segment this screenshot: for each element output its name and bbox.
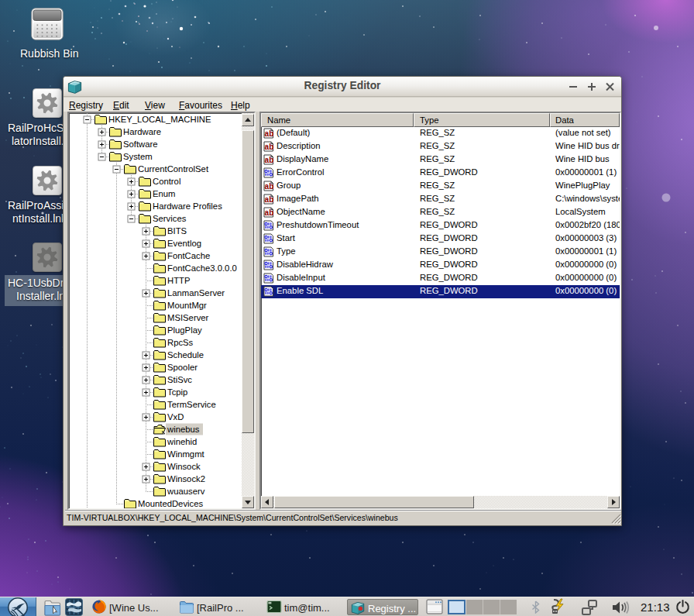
svg-text:FontCache: FontCache — [167, 251, 210, 260]
svg-text:MountMgr: MountMgr — [167, 301, 207, 310]
svg-text:HTTP: HTTP — [167, 276, 191, 285]
svg-text:VxD: VxD — [167, 412, 184, 422]
svg-text:ab: ab — [265, 143, 274, 151]
svg-text:ab: ab — [265, 182, 274, 191]
svg-text:ab: ab — [265, 156, 274, 164]
svg-text:Schedule: Schedule — [167, 350, 204, 360]
svg-text:StiSvc: StiSvc — [167, 375, 192, 384]
svg-text:Hardware Profiles: Hardware Profiles — [153, 201, 222, 211]
svg-text:Spooler: Spooler — [167, 363, 198, 372]
svg-text:Tcpip: Tcpip — [167, 387, 187, 397]
svg-text:Winsock2: Winsock2 — [167, 474, 205, 484]
svg-text:Enum: Enum — [153, 189, 176, 198]
svg-text:HKEY_LOCAL_MACHINE: HKEY_LOCAL_MACHINE — [108, 115, 211, 124]
svg-text:Winsock: Winsock — [167, 462, 201, 471]
svg-text:System: System — [123, 152, 153, 161]
svg-text:CurrentControlSet: CurrentControlSet — [138, 164, 209, 174]
svg-text:ab: ab — [265, 129, 274, 138]
svg-text:PlugPlay: PlugPlay — [167, 325, 202, 335]
svg-text:winebus: winebus — [167, 425, 200, 434]
svg-text:winehid: winehid — [167, 437, 197, 446]
svg-text:ab: ab — [265, 195, 274, 204]
svg-text:Control: Control — [153, 177, 180, 186]
svg-text:MountedDevices: MountedDevices — [138, 499, 203, 508]
svg-text:RpcSs: RpcSs — [167, 338, 194, 347]
svg-text:Software: Software — [123, 139, 158, 149]
svg-text:TermService: TermService — [167, 400, 216, 409]
svg-text:wuauserv: wuauserv — [167, 487, 205, 496]
svg-text:Eventlog: Eventlog — [167, 239, 201, 248]
svg-text:Services: Services — [153, 214, 187, 223]
svg-text:MSIServer: MSIServer — [167, 313, 209, 322]
svg-text:BITS: BITS — [167, 226, 187, 236]
svg-text:FontCache3.0.0.0: FontCache3.0.0.0 — [167, 263, 237, 273]
svg-text:Winmgmt: Winmgmt — [167, 449, 205, 459]
svg-text:ab: ab — [265, 208, 274, 217]
svg-text:LanmanServer: LanmanServer — [167, 288, 225, 298]
svg-text:Hardware: Hardware — [123, 127, 161, 136]
